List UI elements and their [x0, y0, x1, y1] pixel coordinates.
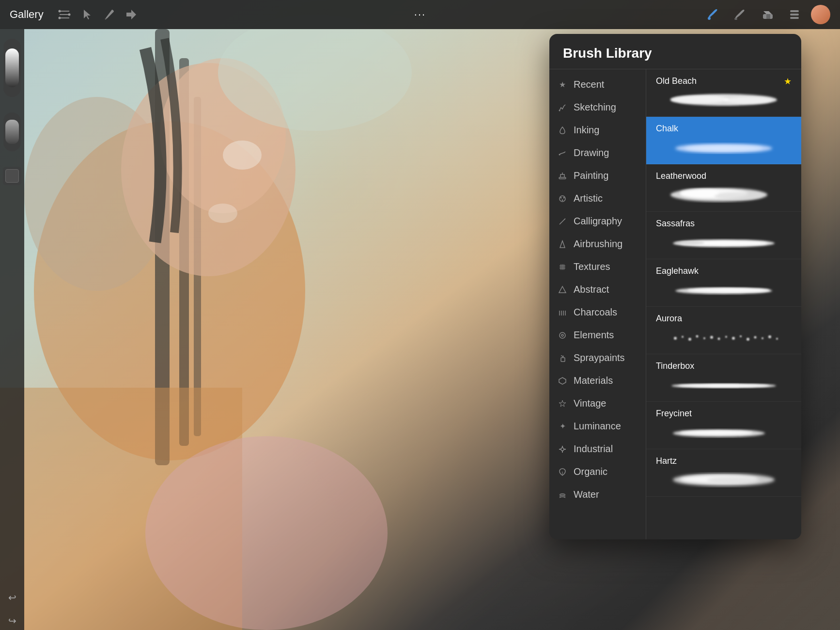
svg-point-67 [768, 335, 771, 338]
category-recent-label: Recent [574, 79, 604, 90]
svg-point-59 [710, 336, 713, 339]
category-charcoals[interactable]: Charcoals [549, 301, 646, 324]
brightness-slider[interactable] [3, 39, 21, 97]
tinderbox-preview [656, 375, 792, 394]
brush-eaglehawk[interactable]: Eaglehawk [646, 259, 801, 307]
svg-marker-31 [560, 241, 565, 248]
category-organic-label: Organic [574, 466, 607, 477]
brush-library-body: ★ Recent Sketching [549, 69, 801, 539]
category-drawing[interactable]: Drawing [549, 142, 646, 164]
brush-old-beach[interactable]: ★ Old Beach [646, 69, 801, 117]
category-airbrushing[interactable]: Airbrushing [549, 233, 646, 255]
category-calligraphy[interactable]: Calligraphy [549, 210, 646, 233]
category-organic[interactable]: Organic [549, 460, 646, 483]
gallery-button[interactable]: Gallery [10, 8, 44, 21]
aurora-name: Aurora [656, 314, 792, 324]
svg-point-54 [674, 337, 677, 340]
category-recent[interactable]: ★ Recent [549, 73, 646, 96]
category-vintage[interactable]: Vintage [549, 392, 646, 415]
category-elements[interactable]: Elements [549, 324, 646, 346]
category-elements-label: Elements [574, 330, 614, 341]
svg-point-28 [560, 197, 562, 198]
arrow-icon[interactable] [122, 5, 140, 24]
svg-point-60 [718, 338, 720, 340]
abstract-icon [557, 284, 568, 295]
cursor-icon[interactable] [78, 5, 96, 24]
svg-point-61 [725, 336, 727, 338]
color-swatch[interactable] [3, 167, 21, 185]
airbrushing-icon [557, 239, 568, 250]
svg-point-29 [563, 197, 565, 198]
category-textures[interactable]: Textures [549, 255, 646, 278]
category-textures-label: Textures [574, 261, 610, 272]
svg-point-10 [145, 436, 388, 630]
stylus-icon[interactable] [100, 5, 118, 24]
chalk-name: Chalk [656, 124, 792, 134]
brush-leatherwood[interactable]: Leatherwood [646, 164, 801, 212]
top-toolbar: Gallery ··· [0, 0, 840, 29]
freycinet-name: Freycinet [656, 409, 792, 419]
smudge-tool-button[interactable] [730, 4, 751, 25]
eraser-tool-button[interactable] [757, 4, 778, 25]
svg-point-33 [560, 332, 565, 338]
brush-chalk[interactable]: Chalk [646, 117, 801, 164]
svg-rect-21 [790, 17, 799, 19]
spraypaints-icon [557, 353, 568, 363]
brush-hartz[interactable]: Hartz [646, 449, 801, 497]
svg-point-44 [685, 145, 762, 151]
svg-point-39 [561, 448, 564, 451]
hartz-name: Hartz [656, 456, 792, 466]
eaglehawk-name: Eaglehawk [656, 266, 792, 276]
eaglehawk-preview [656, 280, 792, 299]
category-inking[interactable]: Inking [549, 119, 646, 142]
brush-tool-button[interactable] [702, 4, 724, 25]
brush-freycinet[interactable]: Freycinet [646, 402, 801, 449]
category-materials-label: Materials [574, 375, 613, 386]
category-materials[interactable]: Materials [549, 369, 646, 392]
category-sketching[interactable]: Sketching [549, 96, 646, 119]
inking-icon [557, 125, 568, 136]
svg-point-41 [670, 95, 729, 103]
category-artistic-label: Artistic [574, 193, 603, 204]
brush-sassafras[interactable]: Sassafras [646, 212, 801, 259]
category-artistic[interactable]: Artistic [549, 187, 646, 210]
brush-list: ★ Old Beach Chalk [646, 69, 801, 539]
redo-button[interactable]: ↪ [3, 612, 21, 630]
svg-point-13 [58, 10, 61, 13]
category-painting[interactable]: Painting [549, 164, 646, 187]
chalk-preview [656, 138, 792, 157]
svg-point-24 [559, 110, 560, 111]
opacity-slider[interactable] [3, 112, 21, 151]
artistic-icon [557, 193, 568, 204]
brush-tinderbox[interactable]: Tinderbox [646, 354, 801, 402]
category-water[interactable]: Water [549, 483, 646, 506]
svg-marker-32 [559, 286, 566, 293]
svg-point-66 [762, 337, 763, 339]
brush-library-panel: Brush Library ★ Recent Sketching [549, 34, 801, 539]
svg-point-65 [754, 336, 757, 339]
category-industrial-label: Industrial [574, 443, 613, 455]
hartz-preview [656, 470, 792, 489]
svg-point-72 [680, 430, 753, 435]
undo-button[interactable]: ↩ [3, 588, 21, 607]
more-button[interactable]: ··· [414, 8, 426, 21]
category-spraypaints[interactable]: Spraypaints [549, 346, 646, 369]
svg-rect-20 [766, 14, 770, 19]
svg-point-11 [223, 141, 262, 170]
category-luminance[interactable]: ✦ Luminance [549, 415, 646, 438]
category-industrial[interactable]: Industrial [549, 438, 646, 460]
vintage-icon [557, 398, 568, 409]
svg-point-8 [218, 15, 412, 131]
category-water-label: Water [574, 489, 599, 500]
category-sketching-label: Sketching [574, 102, 616, 113]
brush-aurora[interactable]: Aurora [646, 307, 801, 354]
category-abstract[interactable]: Abstract [549, 278, 646, 301]
wrench-icon[interactable] [55, 5, 74, 24]
svg-point-47 [714, 192, 762, 200]
freycinet-preview [656, 423, 792, 442]
svg-point-34 [561, 334, 563, 336]
old-beach-star[interactable]: ★ [784, 76, 792, 87]
layers-button[interactable] [784, 4, 805, 25]
category-abstract-label: Abstract [574, 284, 609, 295]
user-avatar[interactable] [811, 5, 830, 24]
